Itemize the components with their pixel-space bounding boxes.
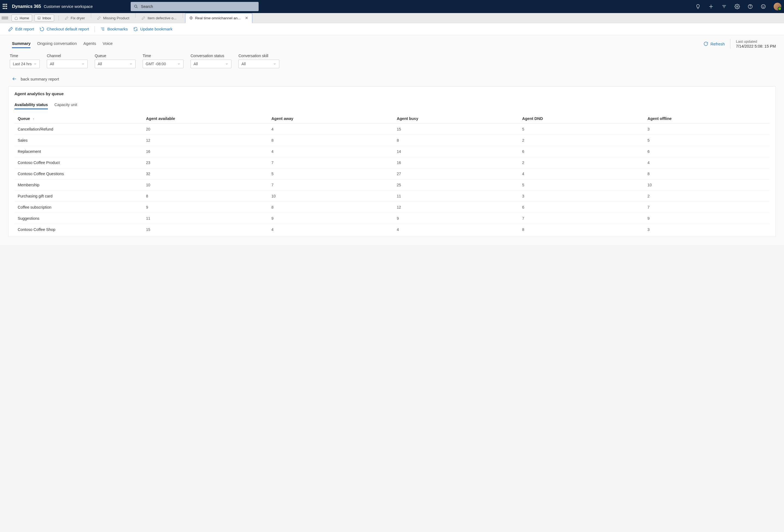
table-header[interactable]: Agent away	[268, 114, 393, 124]
table-cell: 8	[644, 168, 769, 179]
table-row: Sales128825	[15, 135, 769, 146]
user-avatar[interactable]	[774, 3, 781, 10]
table-cell: 15	[394, 124, 519, 135]
app-launcher-icon[interactable]	[3, 4, 8, 9]
table-cell: 7	[268, 179, 393, 191]
table-cell: 10	[268, 191, 393, 202]
filter-label: Channel	[47, 54, 88, 58]
table-cell: 6	[519, 202, 644, 213]
filter-label: Conversation skill	[239, 54, 279, 58]
table-cell: 9	[268, 213, 393, 224]
last-updated-label: Last updated	[736, 39, 776, 43]
pencil-icon	[65, 16, 68, 20]
home-icon	[15, 16, 18, 20]
tab-summary[interactable]: Summary	[12, 39, 30, 48]
filter-select[interactable]: All	[47, 60, 88, 68]
filter-select[interactable]: All	[191, 60, 231, 68]
table-cell: 11	[394, 191, 519, 202]
inbox-chip[interactable]: Inbox	[34, 14, 54, 22]
table-cell: 10	[644, 179, 769, 191]
checkout-default-button[interactable]: Checkout default report	[39, 27, 89, 32]
table-cell: 4	[644, 157, 769, 168]
workspace-tab[interactable]: Real time omnichannel an...✕	[185, 13, 252, 23]
lightbulb-icon[interactable]	[695, 4, 701, 9]
card-tabs: Availability status Capacity unit	[15, 101, 769, 109]
svg-line-1	[137, 7, 138, 8]
action-bar: Edit report Checkout default report Book…	[0, 23, 784, 35]
table-cell: 8	[519, 224, 644, 235]
table-row: Purchasing gift card8101132	[15, 191, 769, 202]
tab-voice[interactable]: Voice	[103, 39, 113, 48]
table-cell: 15	[143, 224, 268, 235]
table-header[interactable]: Agent available	[143, 114, 268, 124]
chevron-down-icon	[81, 62, 85, 65]
ctab-capacity[interactable]: Capacity unit	[54, 101, 77, 109]
table-cell: 4	[268, 124, 393, 135]
table-cell: Replacement	[15, 146, 143, 157]
update-bookmark-button[interactable]: Update bookmark	[133, 27, 172, 32]
global-search[interactable]	[131, 2, 259, 11]
table-cell: 7	[268, 157, 393, 168]
bookmarks-icon	[100, 27, 105, 32]
filter-select[interactable]: GMT -08:00	[143, 60, 184, 68]
table-cell: 9	[143, 202, 268, 213]
back-link[interactable]: back summary report	[12, 77, 776, 81]
table-row: Replacement1641466	[15, 146, 769, 157]
edit-report-button[interactable]: Edit report	[8, 27, 34, 32]
bookmarks-button[interactable]: Bookmarks	[100, 27, 128, 32]
filter-select[interactable]: All	[95, 60, 136, 68]
table-cell: 20	[143, 124, 268, 135]
pencil-icon	[142, 16, 145, 20]
table-header[interactable]: Agent DND	[519, 114, 644, 124]
table-cell: 8	[143, 191, 268, 202]
table-cell: 5	[268, 168, 393, 179]
table-cell: 9	[644, 213, 769, 224]
table-cell: 5	[519, 179, 644, 191]
filter-select[interactable]: All	[239, 60, 279, 68]
table-cell: Contoso Coffee Questions	[15, 168, 143, 179]
workspace-tab[interactable]: Item defective o...	[138, 13, 180, 23]
table-header[interactable]: Queue↑	[15, 114, 143, 124]
home-chip[interactable]: Home	[11, 14, 32, 22]
home-label: Home	[20, 16, 29, 20]
table-header[interactable]: Agent offline	[644, 114, 769, 124]
help-icon[interactable]	[748, 4, 753, 9]
chevron-down-icon	[129, 62, 133, 65]
table-cell: 3	[519, 191, 644, 202]
table-cell: 12	[394, 202, 519, 213]
table-cell: 9	[394, 213, 519, 224]
table-cell: 8	[268, 135, 393, 146]
filter-icon[interactable]	[721, 4, 727, 9]
table-cell: 3	[644, 124, 769, 135]
tab-agents[interactable]: Agents	[83, 39, 96, 48]
search-icon	[134, 4, 138, 9]
workspace-tab[interactable]: Fix dryer	[61, 13, 89, 23]
filter: TimeGMT -08:00	[143, 54, 184, 68]
table-cell: 4	[268, 224, 393, 235]
emoji-icon[interactable]	[761, 4, 766, 9]
filter-label: Time	[143, 54, 184, 58]
chevron-down-icon	[273, 62, 276, 65]
svg-point-12	[764, 6, 764, 6]
menu-icon[interactable]	[2, 15, 8, 21]
ctab-availability[interactable]: Availability status	[15, 101, 48, 109]
table-row: Contoso Coffee Shop154483	[15, 224, 769, 235]
table-cell: 16	[394, 157, 519, 168]
close-icon[interactable]: ✕	[245, 16, 248, 20]
tab-separator	[183, 13, 183, 18]
search-input[interactable]	[141, 4, 256, 9]
refresh-button[interactable]: Refresh	[703, 41, 725, 46]
gear-icon[interactable]	[734, 4, 740, 9]
chevron-down-icon	[33, 62, 37, 65]
filter-select[interactable]: Last 24 hrs	[10, 60, 40, 68]
chevron-down-icon	[225, 62, 228, 65]
table-cell: 25	[394, 179, 519, 191]
plus-icon[interactable]	[708, 4, 714, 9]
filter: TimeLast 24 hrs	[10, 54, 40, 68]
table-row: Contoso Coffee Questions3252748	[15, 168, 769, 179]
report-tabs: Summary Ongoing conversation Agents Voic…	[8, 39, 113, 48]
inbox-icon	[37, 16, 41, 20]
table-header[interactable]: Agent busy	[394, 114, 519, 124]
workspace-tab[interactable]: Missing Product	[93, 13, 133, 23]
tab-ongoing[interactable]: Ongoing conversation	[37, 39, 77, 48]
